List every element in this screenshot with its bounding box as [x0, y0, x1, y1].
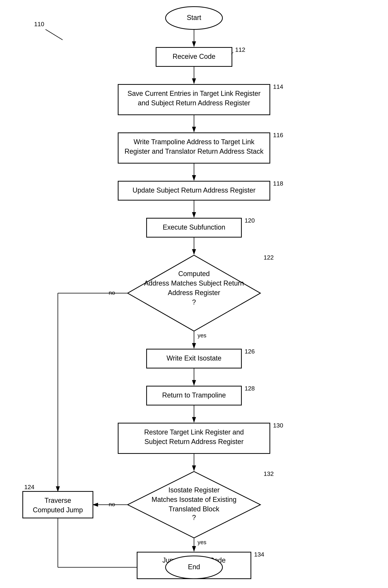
diamond-122-label3: Address Register: [168, 289, 220, 297]
no-label-122: no: [109, 289, 115, 296]
node-118-ref: 118: [273, 180, 283, 187]
node-114-ref: 114: [273, 83, 283, 90]
node-122-ref: 122: [264, 254, 274, 261]
diamond-122-label1: Computed: [178, 270, 210, 278]
node-116-label: Write Trampoline Address to Target Link: [134, 138, 255, 146]
node-124-ref: 124: [24, 484, 34, 490]
node-112-ref: 112: [235, 46, 245, 53]
node-112-label: Receive Code: [172, 52, 216, 60]
node-116-ref: 116: [273, 132, 283, 138]
node-130-ref: 130: [273, 422, 283, 429]
node-128-label: Return to Trampoline: [162, 391, 226, 399]
node-114-label2: and Subject Return Address Register: [138, 99, 250, 107]
node-126-label: Write Exit Isostate: [167, 354, 221, 362]
diamond-132-label1: Isostate Register: [169, 486, 219, 494]
diamond-122-label2: Address Matches Subject Return: [144, 279, 244, 287]
node-116-label2: Register and Translator Return Address S…: [125, 147, 264, 155]
diamond-132-label4: ?: [192, 514, 196, 521]
node-118-label: Update Subject Return Address Register: [133, 186, 255, 194]
diamond-132-label3: Translated Block: [169, 505, 219, 513]
node-120-label: Execute Subfunction: [163, 223, 225, 231]
svg-line-1: [46, 29, 63, 40]
node-120-ref: 120: [245, 217, 255, 224]
flowchart-diagram: 110 Start Receive Code 112 Save Current …: [0, 0, 388, 588]
node-130-label: Restore Target Link Register and: [144, 428, 244, 436]
node-134-ref: 134: [254, 551, 264, 558]
diamond-122-label4: ?: [192, 298, 196, 306]
yes-label-122: yes: [198, 332, 207, 338]
no-label-132: no: [109, 501, 115, 507]
node-132-ref: 132: [264, 470, 274, 477]
node-128-ref: 128: [245, 385, 255, 392]
yes-label-132: yes: [198, 539, 207, 545]
end-label: End: [188, 563, 200, 571]
diamond-132-label2: Matches Isostate of Existing: [151, 496, 237, 503]
node-124: [23, 491, 93, 518]
node-130-label2: Subject Return Address Register: [145, 438, 243, 445]
node-124-label: Traverse: [45, 497, 71, 504]
node-124-label2: Computed Jump: [33, 506, 83, 514]
diamond-132: [128, 471, 260, 538]
node-126-ref: 126: [245, 348, 255, 355]
diagram-annotation: 110: [34, 21, 44, 27]
node-114-label: Save Current Entries in Target Link Regi…: [127, 90, 261, 97]
start-label: Start: [187, 14, 201, 22]
